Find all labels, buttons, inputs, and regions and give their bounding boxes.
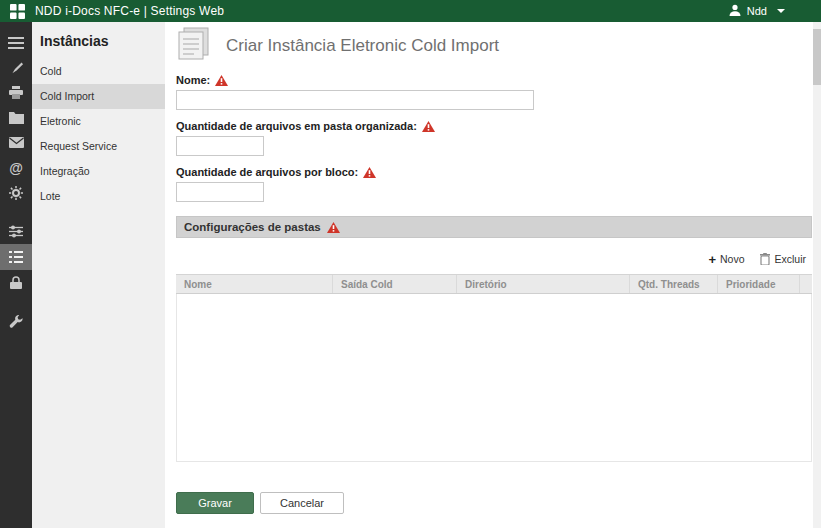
- form-actions: Gravar Cancelar: [176, 492, 812, 514]
- at-icon[interactable]: @: [0, 155, 32, 180]
- menu-icon[interactable]: [0, 30, 32, 55]
- section-title: Configurações de pastas: [184, 221, 321, 233]
- col-header-diretorio: Diretório: [457, 275, 630, 293]
- table-body-empty: [176, 294, 812, 462]
- nome-input[interactable]: [176, 90, 534, 110]
- sidebar-item-cold-import[interactable]: Cold Import: [32, 84, 165, 109]
- col-header-saida-cold: Saída Cold: [333, 275, 457, 293]
- new-button[interactable]: + Novo: [708, 253, 744, 266]
- printer-icon[interactable]: [0, 80, 32, 105]
- col-header-nome: Nome: [176, 275, 333, 293]
- page-header: Criar Instância Eletronic Cold Import: [176, 28, 812, 64]
- warning-icon: [422, 121, 435, 132]
- warning-icon: [363, 167, 376, 178]
- save-button[interactable]: Gravar: [176, 492, 254, 514]
- section-header: Configurações de pastas: [176, 216, 812, 238]
- lock-icon[interactable]: [0, 270, 32, 295]
- page-title: Criar Instância Eletronic Cold Import: [226, 36, 499, 56]
- table-header-row: Nome Saída Cold Diretório Qtd. Threads P…: [176, 274, 812, 294]
- sidebar-item-eletronic[interactable]: Eletronic: [32, 109, 165, 134]
- qtd-por-bloco-label: Quantidade de arquivos por bloco:: [176, 165, 812, 179]
- col-header-prioridade: Prioridade: [718, 275, 800, 293]
- sliders-icon[interactable]: [0, 219, 32, 244]
- warning-icon: [327, 222, 340, 233]
- user-menu[interactable]: Ndd: [729, 2, 813, 20]
- chevron-down-icon: [777, 9, 785, 13]
- app-window: NDD i-Docs NFC-e | Settings Web Ndd: [0, 0, 821, 528]
- delete-button[interactable]: Excluir: [760, 253, 806, 265]
- list-icon[interactable]: [0, 244, 32, 270]
- panel-title: Instâncias: [32, 22, 165, 59]
- scrollbar-thumb[interactable]: [813, 29, 821, 85]
- sidebar-item-cold[interactable]: Cold: [32, 59, 165, 84]
- sidebar-item-integracao[interactable]: Integração: [32, 159, 165, 184]
- documents-icon: [176, 27, 214, 65]
- wrench-icon[interactable]: [0, 309, 32, 334]
- cancel-button[interactable]: Cancelar: [260, 492, 344, 514]
- user-icon: [729, 2, 741, 20]
- gear-icon[interactable]: [0, 180, 32, 205]
- mail-icon[interactable]: [0, 130, 32, 155]
- qtd-por-bloco-input[interactable]: [176, 182, 264, 202]
- app-title: NDD i-Docs NFC-e | Settings Web: [35, 4, 224, 18]
- col-header-blank: [800, 275, 812, 293]
- warning-icon: [215, 75, 228, 86]
- user-name: Ndd: [747, 5, 767, 17]
- sidebar-item-request-service[interactable]: Request Service: [32, 134, 165, 159]
- topbar: NDD i-Docs NFC-e | Settings Web Ndd: [0, 0, 821, 22]
- qtd-pasta-organizada-input[interactable]: [176, 136, 264, 156]
- plus-icon: +: [708, 253, 716, 266]
- nome-label: Nome:: [176, 73, 812, 87]
- sidebar-item-lote[interactable]: Lote: [32, 184, 165, 209]
- qtd-pasta-organizada-label: Quantidade de arquivos em pasta organiza…: [176, 119, 812, 133]
- vertical-scrollbar[interactable]: [813, 22, 821, 528]
- main-content: Criar Instância Eletronic Cold Import No…: [165, 22, 821, 528]
- col-header-qtd-threads: Qtd. Threads: [630, 275, 718, 293]
- app-logo-icon: [10, 4, 25, 19]
- brush-icon[interactable]: [0, 55, 32, 80]
- trash-icon: [760, 253, 770, 265]
- grid-toolbar: + Novo Excluir: [176, 250, 806, 268]
- icon-sidebar: @: [0, 22, 32, 528]
- folder-icon[interactable]: [0, 105, 32, 130]
- instances-panel: Instâncias Cold Cold Import Eletronic Re…: [32, 22, 165, 528]
